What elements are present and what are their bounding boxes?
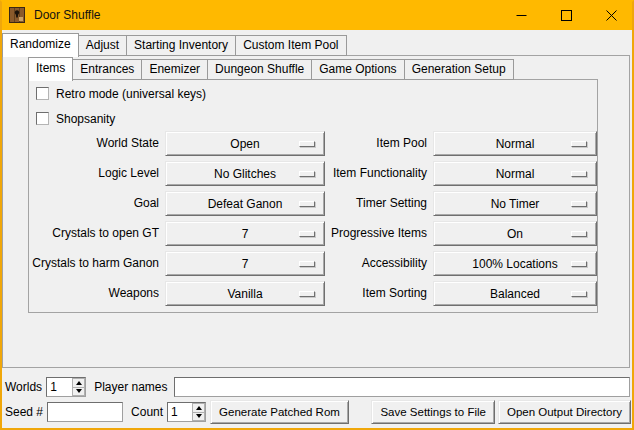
crystals-open-gt-label: Crystals to open GT xyxy=(52,221,159,246)
tab-generation-setup[interactable]: Generation Setup xyxy=(404,59,514,80)
seed-label: Seed # xyxy=(5,405,43,419)
titlebar[interactable]: Door Shuffle xyxy=(0,0,634,30)
item-sorting-label: Item Sorting xyxy=(362,281,427,306)
tab-custom-item-pool[interactable]: Custom Item Pool xyxy=(235,35,346,56)
world-state-value: Open xyxy=(230,137,259,151)
tab-enemizer[interactable]: Enemizer xyxy=(141,59,208,80)
tab-entrances[interactable]: Entrances xyxy=(72,59,142,80)
logic-level-label: Logic Level xyxy=(98,161,159,186)
timer-setting-dropdown[interactable]: No Timer xyxy=(433,191,597,216)
weapons-label: Weapons xyxy=(109,281,159,306)
retro-mode-checkbox-row[interactable]: Retro mode (universal keys) xyxy=(36,86,206,101)
dropdown-indicator-icon xyxy=(571,201,587,207)
shopsanity-label: Shopsanity xyxy=(56,112,115,126)
dropdown-indicator-icon xyxy=(571,141,587,147)
item-pool-label: Item Pool xyxy=(376,131,427,156)
timer-setting-label: Timer Setting xyxy=(356,191,427,216)
goal-dropdown[interactable]: Defeat Ganon xyxy=(165,191,325,216)
dropdown-indicator-icon xyxy=(571,261,587,267)
window-title: Door Shuffle xyxy=(34,8,101,22)
dropdown-indicator-icon xyxy=(299,171,315,177)
progressive-items-label: Progressive Items xyxy=(331,221,427,246)
items-tab-pane: Retro mode (universal keys) Shopsanity W… xyxy=(28,79,598,313)
item-functionality-label: Item Functionality xyxy=(333,161,427,186)
item-functionality-value: Normal xyxy=(496,167,535,181)
main-tab-bar: Randomize Adjust Starting Inventory Cust… xyxy=(2,33,347,56)
maximize-icon xyxy=(561,10,572,21)
count-label: Count xyxy=(131,405,163,419)
player-names-input[interactable] xyxy=(174,377,631,397)
items-tab-bar: Items Entrances Enemizer Dungeon Shuffle… xyxy=(28,57,514,80)
dropdown-indicator-icon xyxy=(299,291,315,297)
world-state-label: World State xyxy=(97,131,159,156)
close-button[interactable] xyxy=(589,0,634,30)
item-sorting-value: Balanced xyxy=(490,287,540,301)
count-spinner-buttons xyxy=(192,403,205,421)
dropdown-indicator-icon xyxy=(299,261,315,267)
crystals-harm-ganon-label: Crystals to harm Ganon xyxy=(32,251,159,276)
spin-up-icon[interactable] xyxy=(192,403,205,413)
multiworld-row: Worlds Player names xyxy=(5,377,630,397)
weapons-value: Vanilla xyxy=(227,287,262,301)
worlds-spinner[interactable] xyxy=(46,377,86,397)
worlds-input[interactable] xyxy=(47,378,72,396)
tab-randomize[interactable]: Randomize xyxy=(2,33,79,57)
goal-label: Goal xyxy=(134,191,159,216)
crystals-open-gt-dropdown[interactable]: 7 xyxy=(165,221,325,246)
accessibility-dropdown[interactable]: 100% Locations xyxy=(433,251,597,276)
player-names-label: Player names xyxy=(94,380,167,394)
checkbox-unchecked-icon[interactable] xyxy=(36,112,49,125)
progressive-items-value: On xyxy=(507,227,523,241)
count-spinner[interactable] xyxy=(167,402,206,422)
dropdown-indicator-icon xyxy=(299,141,315,147)
goal-value: Defeat Ganon xyxy=(208,197,283,211)
item-pool-value: Normal xyxy=(496,137,535,151)
count-input[interactable] xyxy=(168,403,192,421)
dropdown-indicator-icon xyxy=(571,171,587,177)
spin-down-icon[interactable] xyxy=(192,413,205,422)
crystals-harm-ganon-dropdown[interactable]: 7 xyxy=(165,251,325,276)
door-shuffle-window: Door Shuffle Randomize Adjust Starting I… xyxy=(0,0,634,430)
minimize-button[interactable] xyxy=(499,0,544,30)
tab-game-options[interactable]: Game Options xyxy=(311,59,404,80)
close-icon xyxy=(606,10,617,21)
door-icon xyxy=(9,7,25,23)
item-sorting-dropdown[interactable]: Balanced xyxy=(433,281,597,306)
open-output-directory-button[interactable]: Open Output Directory xyxy=(498,400,631,424)
timer-setting-value: No Timer xyxy=(491,197,540,211)
item-functionality-dropdown[interactable]: Normal xyxy=(433,161,597,186)
accessibility-label: Accessibility xyxy=(362,251,427,276)
seed-input[interactable] xyxy=(47,402,123,422)
spin-down-icon[interactable] xyxy=(72,388,85,397)
dropdown-indicator-icon xyxy=(299,201,315,207)
logic-level-value: No Glitches xyxy=(214,167,276,181)
tab-adjust[interactable]: Adjust xyxy=(78,35,127,56)
shopsanity-checkbox-row[interactable]: Shopsanity xyxy=(36,111,115,126)
progressive-items-dropdown[interactable]: On xyxy=(433,221,597,246)
crystals-harm-ganon-value: 7 xyxy=(242,257,249,271)
item-pool-dropdown[interactable]: Normal xyxy=(433,131,597,156)
dropdown-indicator-icon xyxy=(571,291,587,297)
spin-up-icon[interactable] xyxy=(72,378,85,388)
tab-starting-inventory[interactable]: Starting Inventory xyxy=(126,35,236,56)
worlds-label: Worlds xyxy=(5,380,42,394)
maximize-button[interactable] xyxy=(544,0,589,30)
window-controls xyxy=(499,0,634,30)
worlds-spinner-buttons xyxy=(72,378,85,396)
generate-patched-rom-button[interactable]: Generate Patched Rom xyxy=(210,400,349,424)
generation-row: Seed # Count Generate Patched Rom Save S… xyxy=(5,400,631,424)
tab-dungeon-shuffle[interactable]: Dungeon Shuffle xyxy=(207,59,312,80)
crystals-open-gt-value: 7 xyxy=(242,227,249,241)
weapons-dropdown[interactable]: Vanilla xyxy=(165,281,325,306)
minimize-icon xyxy=(516,10,527,21)
world-state-dropdown[interactable]: Open xyxy=(165,131,325,156)
checkbox-unchecked-icon[interactable] xyxy=(36,87,49,100)
accessibility-value: 100% Locations xyxy=(472,257,557,271)
retro-mode-label: Retro mode (universal keys) xyxy=(56,87,206,101)
logic-level-dropdown[interactable]: No Glitches xyxy=(165,161,325,186)
dropdown-indicator-icon xyxy=(571,231,587,237)
dropdown-indicator-icon xyxy=(299,231,315,237)
save-settings-button[interactable]: Save Settings to File xyxy=(371,400,494,424)
tab-items[interactable]: Items xyxy=(28,57,73,81)
